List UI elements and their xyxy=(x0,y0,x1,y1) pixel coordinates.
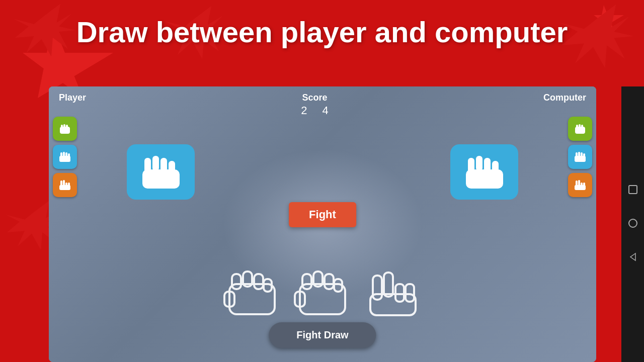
svg-rect-9 xyxy=(61,125,63,129)
right-scissors-icon[interactable] xyxy=(568,173,592,197)
svg-rect-44 xyxy=(484,158,491,172)
svg-rect-19 xyxy=(63,180,65,186)
android-nav-bar xyxy=(621,86,644,362)
svg-rect-13 xyxy=(60,152,62,157)
svg-rect-39 xyxy=(160,158,167,172)
svg-rect-61 xyxy=(395,284,404,302)
player-score: 2 xyxy=(301,104,307,117)
right-move-icons xyxy=(568,117,592,197)
svg-rect-40 xyxy=(169,161,175,173)
svg-rect-25 xyxy=(581,125,583,129)
svg-rect-29 xyxy=(581,152,583,157)
svg-rect-14 xyxy=(63,152,65,157)
computer-selected-hand xyxy=(450,144,518,200)
computer-score: 4 xyxy=(323,104,329,117)
svg-rect-37 xyxy=(144,158,151,173)
svg-rect-15 xyxy=(65,152,67,157)
svg-rect-23 xyxy=(576,125,578,129)
svg-rect-58 xyxy=(370,294,416,315)
svg-rect-16 xyxy=(68,153,70,157)
svg-rect-55 xyxy=(325,274,334,289)
svg-rect-34 xyxy=(581,183,583,187)
svg-rect-42 xyxy=(468,158,474,173)
nav-circle-button[interactable] xyxy=(627,218,638,231)
battle-area xyxy=(212,266,433,322)
svg-rect-27 xyxy=(576,152,578,157)
svg-rect-47 xyxy=(232,274,241,289)
svg-rect-11 xyxy=(66,125,68,129)
svg-rect-62 xyxy=(406,284,414,302)
game-area: Player Score 2 4 Computer xyxy=(49,86,596,362)
svg-rect-33 xyxy=(578,180,580,186)
left-paper-icon[interactable] xyxy=(53,145,77,169)
svg-rect-38 xyxy=(152,156,159,171)
svg-rect-45 xyxy=(492,161,499,173)
fight-button[interactable]: Fight xyxy=(289,202,356,227)
right-paper-icon[interactable] xyxy=(568,145,592,169)
score-box: Score 2 4 xyxy=(301,93,329,117)
svg-rect-49 xyxy=(254,274,263,289)
svg-rect-21 xyxy=(68,183,70,187)
svg-point-64 xyxy=(629,219,637,227)
left-move-icons xyxy=(53,117,77,197)
svg-rect-20 xyxy=(65,183,67,187)
svg-rect-30 xyxy=(583,153,585,157)
svg-rect-35 xyxy=(583,183,585,187)
svg-rect-53 xyxy=(302,274,311,289)
svg-rect-63 xyxy=(629,186,637,194)
svg-rect-28 xyxy=(578,152,580,157)
page-title: Draw between player and computer xyxy=(0,15,644,49)
right-rock-icon[interactable] xyxy=(568,117,592,141)
device-frame: Player Score 2 4 Computer xyxy=(49,86,596,362)
computer-label: Computer xyxy=(543,93,586,103)
left-scissors-icon[interactable] xyxy=(53,173,77,197)
nav-square-button[interactable] xyxy=(627,184,638,198)
score-title: Score xyxy=(301,93,329,103)
left-rock-icon[interactable] xyxy=(53,117,77,141)
svg-rect-18 xyxy=(60,180,62,187)
player-selected-hand xyxy=(127,144,195,200)
svg-rect-32 xyxy=(576,180,578,187)
svg-rect-59 xyxy=(373,276,382,300)
svg-rect-60 xyxy=(384,273,393,297)
svg-rect-10 xyxy=(63,124,65,128)
svg-rect-43 xyxy=(476,156,482,171)
svg-marker-65 xyxy=(630,253,635,260)
header-row: Player Score 2 4 Computer xyxy=(49,86,596,117)
fight-draw-button[interactable]: Fight Draw xyxy=(269,322,376,348)
svg-rect-24 xyxy=(579,124,581,128)
player-label: Player xyxy=(59,93,86,103)
nav-back-button[interactable] xyxy=(627,251,638,265)
score-numbers: 2 4 xyxy=(301,104,329,117)
